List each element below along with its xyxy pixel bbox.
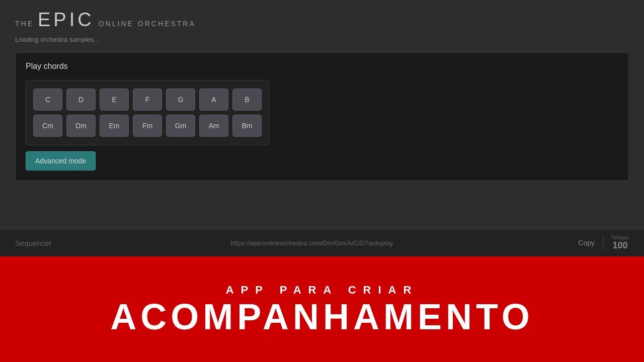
banner-subtitle: APP PARA CRIAR	[226, 284, 419, 297]
major-chords-row: C D E F G A B	[33, 88, 262, 111]
chord-buttons-container: C D E F G A B Cm Dm Em Fm Gm Am Bm	[26, 80, 269, 145]
copy-button[interactable]: Copy	[578, 239, 595, 247]
header-online: ONLINE	[99, 20, 134, 28]
red-banner: APP PARA CRIAR ACOMPANHAMENTO	[0, 256, 644, 362]
advanced-mode-button[interactable]: Advanced mode	[26, 151, 96, 170]
chord-btn-Bm[interactable]: Bm	[232, 115, 262, 137]
sequencer-label: Sequencer	[15, 239, 52, 247]
header-epic: EPIC	[38, 9, 95, 31]
chord-btn-D[interactable]: D	[66, 88, 96, 111]
header-orchestra: ORCHESTRA	[138, 20, 196, 28]
minor-chords-row: Cm Dm Em Fm Gm Am Bm	[33, 115, 262, 137]
chord-btn-Gm[interactable]: Gm	[166, 115, 195, 137]
banner-title: ACOMPANHAMENTO	[110, 299, 533, 335]
play-chords-panel: Play chords C D E F G A B Cm Dm Em Fm Gm…	[15, 52, 629, 181]
sequencer-url: https://epiconlineorchestra.com/Dm/Gm/A/…	[52, 239, 573, 247]
header-logo: THE EPIC ONLINE ORCHESTRA	[15, 9, 629, 31]
chord-btn-Fm[interactable]: Fm	[133, 115, 162, 137]
tempo-label: Tempo	[611, 235, 629, 240]
chord-btn-C[interactable]: C	[33, 88, 62, 111]
chord-btn-A[interactable]: A	[199, 88, 228, 111]
chord-btn-G[interactable]: G	[166, 88, 195, 111]
chord-btn-Cm[interactable]: Cm	[33, 115, 62, 137]
chord-btn-Am[interactable]: Am	[199, 115, 228, 137]
tempo-block: Tempo 100	[611, 235, 629, 251]
sequencer-bar: Sequencer https://epiconlineorchestra.co…	[0, 229, 644, 256]
header-the: THE	[15, 20, 34, 28]
chord-btn-Dm[interactable]: Dm	[66, 115, 96, 137]
vertical-divider	[603, 235, 603, 250]
chord-btn-B[interactable]: B	[232, 88, 262, 111]
top-section: THE EPIC ONLINE ORCHESTRA Loading orches…	[0, 0, 644, 256]
chord-btn-F[interactable]: F	[133, 88, 162, 111]
chord-btn-E[interactable]: E	[100, 88, 129, 111]
play-chords-title: Play chords	[26, 62, 618, 71]
tempo-value: 100	[612, 240, 627, 251]
loading-text: Loading orchestra samples...	[15, 36, 629, 43]
chord-btn-Em[interactable]: Em	[100, 115, 129, 137]
